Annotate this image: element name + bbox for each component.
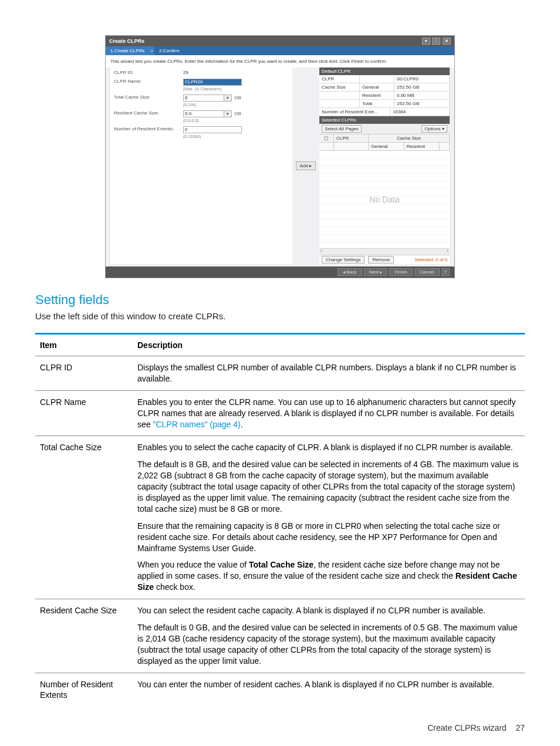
clpr-name-label: CLPR Name: xyxy=(114,79,183,84)
total-cache-label: Total Cache Size: xyxy=(114,94,183,100)
item-resident-cache: Resident Cache Size xyxy=(35,599,133,673)
item-resident-extents: Number of Resident Extents xyxy=(35,673,133,707)
section-description: Use the left side of this window to crea… xyxy=(35,311,525,321)
no-data-area: No Data xyxy=(319,151,450,248)
cancel-button[interactable]: Cancel xyxy=(414,268,440,276)
item-clpr-id: CLPR ID xyxy=(35,356,133,391)
clpr-name-hint: (Max. 16 Characters) xyxy=(183,87,290,91)
subcol-general: General xyxy=(369,143,404,150)
wizard-title: Create CLPRs xyxy=(109,38,144,44)
step-confirm[interactable]: 2.Confirm xyxy=(154,46,184,55)
pin-icon[interactable]: ▾ xyxy=(422,38,430,45)
table-row: Total Cache Size Enables you to select t… xyxy=(35,436,525,599)
create-clprs-wizard: Create CLPRs ▾ □ ✕ 1.Create CLPRs > 2.Co… xyxy=(105,35,455,278)
total-cache-unit: GB xyxy=(234,95,241,100)
table-row: CLPR Name Enables you to enter the CLPR … xyxy=(35,390,525,436)
checkbox-header[interactable]: ▢ xyxy=(319,134,334,142)
desc-clpr-name: Enables you to enter the CLPR name. You … xyxy=(133,390,525,436)
section-heading: Setting fields xyxy=(35,292,525,308)
table-row: Resident Cache Size You can select the r… xyxy=(35,599,525,673)
resident-extents-label: Number of Resident Extents: xyxy=(114,126,183,131)
step-sep: > xyxy=(149,46,154,55)
select-all-button[interactable]: Select All Pages xyxy=(322,125,362,133)
def-total-label: Total xyxy=(360,100,394,107)
wizard-form: CLPR ID: 29 CLPR Name: CLPR29 (Max. 16 C… xyxy=(110,67,292,264)
def-extents-label: Number of Resident Exte... xyxy=(319,108,390,116)
wizard-right-panel: Default CLPR CLPR 00:CLPR0 Cache Size Ge… xyxy=(319,67,450,264)
wizard-footer: ◂ Back Next ▸ Finish Cancel ? xyxy=(106,266,454,278)
def-clpr-label: CLPR xyxy=(319,75,360,83)
clpr-name-input[interactable]: CLPR29 xyxy=(183,79,242,86)
desc-clpr-id: Displays the smallest CLPR number of ava… xyxy=(133,356,525,391)
window-controls: ▾ □ ✕ xyxy=(421,38,451,45)
th-description: Description xyxy=(133,334,525,356)
def-cache-label: Cache Size xyxy=(319,83,360,91)
item-total-cache: Total Cache Size xyxy=(35,436,133,599)
clpr-id-value: 29 xyxy=(183,70,290,75)
clpr-names-link[interactable]: "CLPR names" (page 4) xyxy=(153,420,240,429)
options-button[interactable]: Options ▾ xyxy=(421,125,447,133)
add-button[interactable]: Add ▸ xyxy=(296,161,316,170)
resident-cache-dropdown-icon[interactable]: ▾ xyxy=(224,110,232,117)
resident-extents-input[interactable]: 0 xyxy=(183,126,242,133)
change-settings-button[interactable]: Change Settings xyxy=(322,256,365,264)
selected-clprs-header: Selected CLPRs xyxy=(319,116,450,124)
wizard-titlebar: Create CLPRs ▾ □ ✕ xyxy=(106,36,454,46)
default-clpr-grid: CLPR 00:CLPR0 Cache Size General 252.50 … xyxy=(319,75,450,116)
step-create[interactable]: 1.Create CLPRs xyxy=(106,46,149,55)
def-resident-value: 0.00 MB xyxy=(394,92,450,99)
horizontal-scrollbar[interactable] xyxy=(319,248,450,255)
selected-table-header: ▢ CLPR Cache Size xyxy=(319,134,450,143)
selected-clprs-title: Selected CLPRs xyxy=(322,117,356,123)
desc-resident-cache: You can select the resident cache capaci… xyxy=(133,599,525,673)
def-total-value: 252.50 GB xyxy=(394,100,450,107)
maximize-icon[interactable]: □ xyxy=(432,38,440,45)
remove-button[interactable]: Remove xyxy=(368,256,394,264)
resident-cache-input[interactable]: 0.0 xyxy=(183,110,224,117)
total-cache-hint: (8-244) xyxy=(183,103,290,107)
total-cache-dropdown-icon[interactable]: ▾ xyxy=(224,94,232,102)
resident-cache-label: Resident Cache Size: xyxy=(114,110,183,116)
back-button[interactable]: ◂ Back xyxy=(338,268,362,276)
table-row: CLPR ID Displays the smallest CLPR numbe… xyxy=(35,356,525,391)
resident-cache-hint: (0.0-0.0) xyxy=(183,119,290,123)
resident-extents-hint: (0-16384) xyxy=(183,134,290,139)
page-footer: Create CLPRs wizard 27 xyxy=(35,723,525,733)
footer-label: Create CLPRs wizard xyxy=(427,723,507,733)
setting-fields-table: Item Description CLPR ID Displays the sm… xyxy=(35,333,525,707)
clpr-id-label: CLPR ID: xyxy=(114,70,183,75)
def-general-label: General xyxy=(360,83,394,91)
help-button[interactable]: ? xyxy=(441,268,450,276)
default-clpr-header: Default CLPR xyxy=(319,67,450,75)
def-extents-value: 16384 xyxy=(390,108,450,116)
resident-cache-unit: GB xyxy=(234,111,241,116)
def-resident-label: Resident xyxy=(360,92,394,99)
th-item: Item xyxy=(35,334,133,356)
col-clpr: CLPR xyxy=(334,134,369,142)
close-icon[interactable]: ✕ xyxy=(443,38,451,45)
no-data-text: No Data xyxy=(369,195,399,204)
item-clpr-name: CLPR Name xyxy=(35,390,133,436)
wizard-description: This wizard lets you create CLPRs. Enter… xyxy=(106,55,454,67)
next-button[interactable]: Next ▸ xyxy=(364,268,388,276)
table-row: Number of Resident Extents You can enter… xyxy=(35,673,525,707)
desc-resident-extents: You can enter the number of resident cac… xyxy=(133,673,525,707)
col-cache: Cache Size xyxy=(369,134,450,142)
page-number: 27 xyxy=(515,723,525,733)
wizard-steps: 1.Create CLPRs > 2.Confirm xyxy=(106,46,454,55)
desc-total-cache: Enables you to select the cache capacity… xyxy=(133,436,525,599)
total-cache-input[interactable]: 8 xyxy=(183,94,224,102)
selected-status: Selected: 0 of 0 xyxy=(414,257,447,262)
finish-button[interactable]: Finish xyxy=(389,268,412,276)
subcol-resident: Resident xyxy=(404,143,440,150)
def-general-value: 252.50 GB xyxy=(394,83,450,91)
def-clpr-value: 00:CLPR0 xyxy=(394,75,450,83)
